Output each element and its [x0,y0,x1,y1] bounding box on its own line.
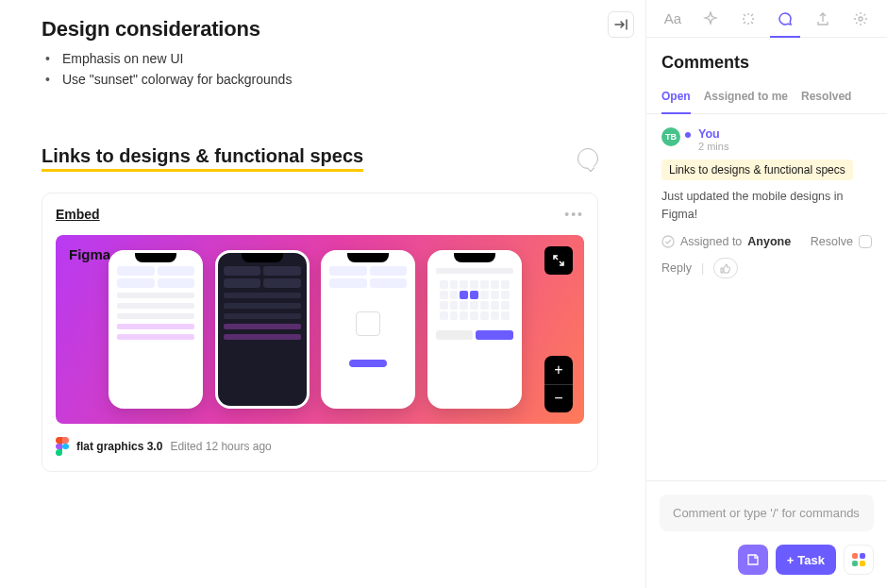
comment-time: 2 mins [698,141,728,152]
toolbar-share-button[interactable] [804,0,842,37]
zoom-control[interactable]: +− [544,356,573,412]
unread-dot-icon [685,132,691,138]
resolve-checkbox[interactable] [859,235,872,248]
collapse-sidebar-button[interactable] [608,11,634,38]
svg-point-0 [859,17,862,21]
add-task-button[interactable]: +Task [776,545,836,575]
figma-preview[interactable]: Figma +− [56,235,584,424]
comment-thread[interactable]: TB You 2 mins Links to designs & functio… [646,114,887,480]
check-circle-icon [661,235,675,248]
embed-card: Embed ••• Figma +− flat graphics 3.0 Edi… [42,193,598,472]
zoom-in-icon[interactable]: + [544,356,573,385]
like-button[interactable] [713,258,738,278]
list-item[interactable]: Emphasis on new UI [62,51,625,66]
comment-composer: Comment or type '/' for commands [646,480,887,545]
comments-title: Comments [646,38,887,84]
mockup-phone [427,250,522,409]
toolbar-text-button[interactable]: Aa [654,0,692,37]
svg-point-1 [662,236,674,247]
list-item[interactable]: Use "sunset" colorway for backgrounds [62,72,625,87]
document-main: Design considerations Emphasis on new UI… [0,0,645,588]
assigned-to[interactable]: Anyone [747,235,791,248]
embed-title[interactable]: Embed [56,207,100,222]
heading-design-considerations: Design considerations [42,17,625,42]
assigned-label: Assigned to [680,235,742,248]
tab-assigned[interactable]: Assigned to me [704,84,788,113]
expand-icon[interactable] [544,246,573,275]
bullet-list: Emphasis on new UI Use "sunset" colorway… [62,51,625,87]
reply-button[interactable]: Reply [661,261,692,275]
comments-tabs: Open Assigned to me Resolved [646,84,887,114]
embed-edited-time: Edited 12 hours ago [170,440,271,453]
comment-author: You [698,127,728,141]
apps-button[interactable] [844,545,874,575]
comment-context[interactable]: Links to designs & functional specs [661,160,853,180]
mockup-phone [215,250,310,409]
resolve-label: Resolve [811,235,853,248]
plus-icon: + [787,553,795,567]
avatar: TB [661,127,680,146]
heading-links: Links to designs & functional specs [42,145,363,172]
toolbar-effects-button[interactable] [729,0,767,37]
comment-input[interactable]: Comment or type '/' for commands [660,495,874,531]
note-button[interactable] [738,545,768,575]
comments-sidebar: Aa Comments Open Assigned to me Resolved… [645,0,887,588]
toolbar-settings-button[interactable] [842,0,879,37]
figma-label: Figma [69,246,110,262]
zoom-out-icon[interactable]: − [544,385,573,413]
mockup-phone [321,250,415,409]
sidebar-toolbar: Aa [646,0,887,38]
apps-icon [852,553,865,566]
toolbar-ai-button[interactable] [692,0,729,37]
mockup-phone [109,250,203,409]
tab-resolved[interactable]: Resolved [801,84,851,113]
comment-message: Just updated the mobile designs in Figma… [661,188,872,224]
figma-icon [56,437,69,456]
add-comment-icon[interactable] [577,148,598,169]
toolbar-comments-button[interactable] [766,0,804,37]
tab-open[interactable]: Open [661,84,691,114]
embed-menu-button[interactable]: ••• [564,207,584,222]
embed-file-name: flat graphics 3.0 [76,440,162,453]
